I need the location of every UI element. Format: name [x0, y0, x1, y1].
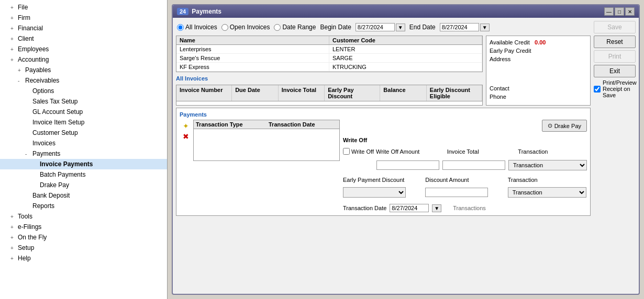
close-button[interactable]: ✕: [625, 7, 635, 16]
early-pay-credit-row: Early Pay Credit: [490, 48, 587, 54]
epd-transaction-select[interactable]: Transaction: [508, 187, 586, 198]
open-invoices-radio-label[interactable]: Open Invoices: [221, 24, 270, 31]
star-icon[interactable]: ✦: [183, 122, 189, 130]
sidebar-item-file[interactable]: + File: [0, 2, 167, 13]
date-range-radio[interactable]: [274, 24, 281, 31]
phone-label: Phone: [490, 94, 506, 100]
end-date-dropdown[interactable]: ▼: [480, 24, 490, 31]
save-button[interactable]: Save: [594, 21, 636, 33]
window-controls: — □ ✕: [604, 7, 635, 16]
contact-row: Contact: [490, 85, 587, 91]
sidebar-item-financial[interactable]: + Financial: [0, 23, 167, 33]
expand-icon: +: [10, 57, 18, 63]
begin-date-dropdown[interactable]: ▼: [396, 24, 405, 31]
phone-row: Phone: [490, 94, 587, 100]
window-title: Payments: [192, 8, 221, 15]
begin-date-input[interactable]: [356, 23, 395, 31]
expand-icon: +: [10, 224, 18, 230]
transaction-date-input[interactable]: [390, 204, 429, 212]
transaction-type-col: Transaction Type: [194, 120, 267, 129]
col-early-discount-eligible: Early Discount Eligible: [427, 85, 482, 101]
invoice-total-input[interactable]: [442, 160, 505, 170]
end-date-input[interactable]: [440, 23, 479, 31]
write-off-checkbox-label[interactable]: Write Off: [343, 148, 374, 155]
write-off-amount-input[interactable]: [376, 160, 439, 170]
delete-icon[interactable]: ✖: [183, 132, 189, 141]
sidebar-item-invoices[interactable]: Invoices: [0, 138, 167, 148]
customer-name: KF Express: [176, 63, 329, 71]
drake-pay-button[interactable]: ⊙ Drake Pay: [542, 120, 587, 132]
date-range-radio-label[interactable]: Date Range: [274, 24, 316, 31]
sidebar-item-batch-payments[interactable]: Batch Payments: [0, 169, 167, 180]
sidebar-item-sales-tax-setup[interactable]: Sales Tax Setup: [0, 96, 167, 107]
sidebar-item-invoice-payments[interactable]: Invoice Payments: [0, 159, 167, 169]
sidebar-item-customer-setup[interactable]: Customer Setup: [0, 128, 167, 138]
open-invoices-radio[interactable]: [221, 24, 228, 31]
window-titlebar: 24 Payments — □ ✕: [173, 5, 639, 18]
invoice-table-header: Invoice Number Due Date Invoice Total Ea…: [176, 85, 482, 101]
customer-name: Lenterprises: [176, 45, 329, 53]
sidebar-item-efilings[interactable]: + e-Filings: [0, 222, 167, 232]
sidebar-item-employees[interactable]: + Employees: [0, 44, 167, 54]
sidebar-item-invoice-item-setup[interactable]: Invoice Item Setup: [0, 117, 167, 128]
payments-window: 24 Payments — □ ✕ All Invoices: [172, 4, 640, 295]
discount-amount-input[interactable]: [425, 188, 488, 197]
write-off-checkbox[interactable]: [343, 148, 350, 155]
transaction-select[interactable]: Transaction: [508, 160, 587, 170]
sidebar-item-payments[interactable]: - Payments: [0, 148, 167, 159]
early-pay-credit-label: Early Pay Credit: [490, 48, 531, 54]
print-preview-checkbox[interactable]: [594, 86, 601, 93]
sidebar-item-options[interactable]: Options: [0, 86, 167, 96]
sidebar-item-reports[interactable]: Reports: [0, 201, 167, 211]
reset-button[interactable]: Reset: [594, 36, 636, 48]
payments-inner: ✦ ✖ Transaction Type Transaction Date: [180, 120, 587, 212]
expand-icon: +: [10, 26, 18, 31]
available-credit-label: Available Credit: [490, 39, 530, 45]
write-off-amount-label: Write Off Amount: [376, 148, 445, 155]
transaction-table: Transaction Type Transaction Date: [193, 120, 340, 161]
expand-icon: -: [18, 78, 25, 84]
sidebar-item-payables[interactable]: + Payables: [0, 65, 167, 75]
minimize-button[interactable]: —: [604, 7, 614, 16]
payments-label: Payments: [180, 111, 587, 118]
transaction-header: Transaction Type Transaction Date: [194, 120, 339, 129]
sidebar-item-drake-pay[interactable]: Drake Pay: [0, 180, 167, 190]
table-row[interactable]: Sarge's Rescue SARGE: [176, 54, 482, 63]
expand-icon: +: [18, 67, 25, 73]
col-name: Name: [176, 36, 329, 44]
sidebar-item-bank-deposit[interactable]: Bank Deposit: [0, 190, 167, 201]
epd-select[interactable]: [343, 187, 406, 198]
window-badge: 24: [177, 8, 188, 15]
expand-icon: +: [10, 5, 18, 10]
filter-row: All Invoices Open Invoices Date Range Be…: [176, 21, 591, 33]
sidebar-item-gl-account-setup[interactable]: GL Account Setup: [0, 107, 167, 117]
invoice-table: Invoice Number Due Date Invoice Total Ea…: [176, 85, 483, 106]
table-row[interactable]: Lenterprises LENTER: [176, 45, 482, 54]
col-invoice-total: Invoice Total: [279, 85, 325, 101]
maximize-button[interactable]: □: [615, 7, 624, 16]
sidebar-item-on-the-fly[interactable]: + On the Fly: [0, 232, 167, 243]
transaction-rows: [194, 129, 339, 160]
sidebar-item-accounting[interactable]: + Accounting: [0, 54, 167, 65]
expand-icon: +: [10, 245, 18, 251]
main-panel: All Invoices Open Invoices Date Range Be…: [176, 21, 591, 291]
col-balance: Balance: [380, 85, 426, 101]
sidebar-item-tools[interactable]: + Tools: [0, 211, 167, 222]
invoice-body: [176, 101, 482, 105]
col-code: Customer Code: [329, 36, 482, 44]
all-invoices-radio[interactable]: [177, 24, 184, 31]
sidebar-item-help[interactable]: + Help: [0, 253, 167, 263]
sidebar-item-client[interactable]: + Client: [0, 33, 167, 44]
print-button[interactable]: Print: [594, 50, 636, 63]
available-credit-row: Available Credit 0.00: [490, 39, 587, 45]
sidebar-item-receivables[interactable]: - Receivables: [0, 75, 167, 86]
all-invoices-radio-label[interactable]: All Invoices: [177, 24, 217, 31]
begin-date-label: Begin Date: [320, 24, 351, 31]
transaction-date-dropdown[interactable]: ▼: [432, 204, 441, 212]
table-row[interactable]: KF Express KTRUCKING: [176, 63, 482, 72]
customer-name: Sarge's Rescue: [176, 54, 329, 62]
sidebar-item-setup[interactable]: + Setup: [0, 243, 167, 253]
exit-button[interactable]: Exit: [594, 65, 636, 77]
window-body: All Invoices Open Invoices Date Range Be…: [173, 18, 639, 294]
sidebar-item-firm[interactable]: + Firm: [0, 13, 167, 23]
